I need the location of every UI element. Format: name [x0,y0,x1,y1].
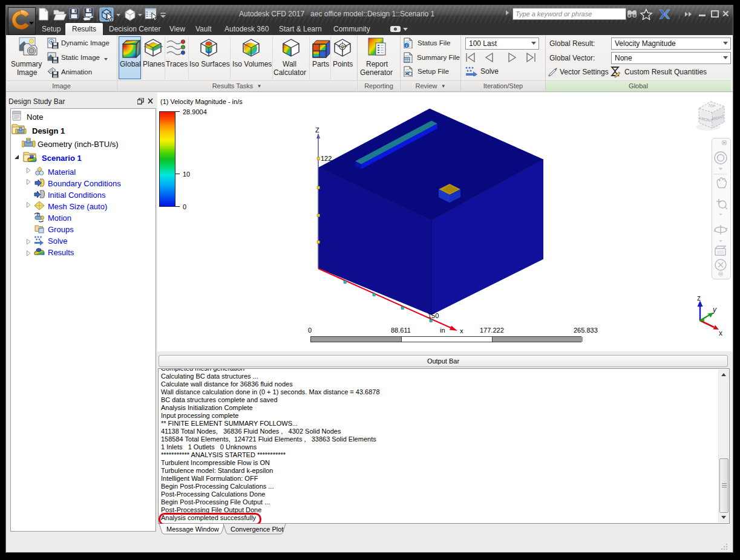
svg-text:122: 122 [321,155,332,162]
svg-text:x: x [460,327,463,334]
svg-text:Z: Z [315,126,319,134]
svg-text:z: z [697,294,701,302]
svg-text:y: y [712,305,717,314]
svg-text:Convergence Plot: Convergence Plot [231,526,283,533]
svg-text:x: x [719,329,722,336]
svg-text:Message Window: Message Window [166,526,219,533]
svg-text:150: 150 [428,312,439,319]
svg-text:i: i [406,43,407,48]
